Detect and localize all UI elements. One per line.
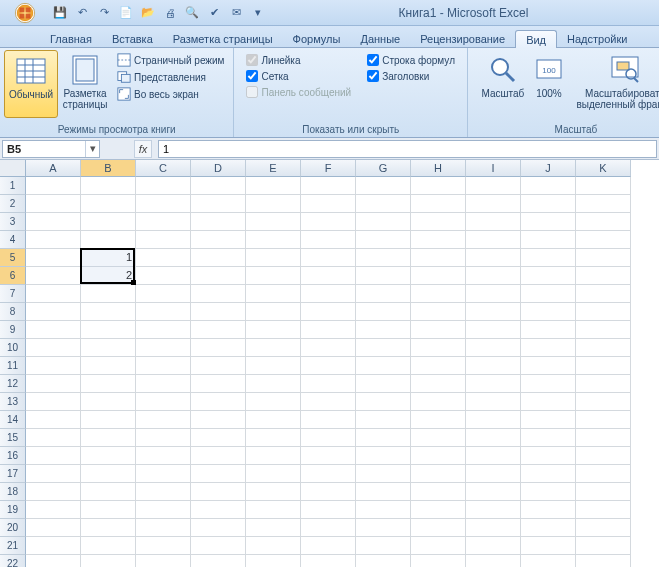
cell[interactable] (26, 411, 81, 429)
cell[interactable] (81, 321, 136, 339)
undo-icon[interactable]: ↶ (72, 3, 92, 23)
cell[interactable] (81, 231, 136, 249)
cell[interactable] (191, 231, 246, 249)
column-header[interactable]: I (466, 160, 521, 177)
cell[interactable] (411, 249, 466, 267)
row-header[interactable]: 2 (0, 195, 26, 213)
email-icon[interactable]: ✉ (226, 3, 246, 23)
row-header[interactable]: 12 (0, 375, 26, 393)
cell[interactable] (136, 213, 191, 231)
cell[interactable] (521, 501, 576, 519)
cell[interactable] (301, 231, 356, 249)
cell[interactable] (576, 393, 631, 411)
row-header[interactable]: 4 (0, 231, 26, 249)
cell[interactable] (466, 483, 521, 501)
cell[interactable] (136, 375, 191, 393)
cell[interactable] (576, 429, 631, 447)
tab-надстройки[interactable]: Надстройки (557, 30, 637, 47)
cell[interactable] (356, 483, 411, 501)
cell[interactable] (81, 375, 136, 393)
cell[interactable] (191, 303, 246, 321)
cell[interactable] (466, 267, 521, 285)
cell[interactable] (576, 465, 631, 483)
cell[interactable]: 2 (81, 267, 136, 285)
cell[interactable] (521, 303, 576, 321)
cell[interactable] (246, 339, 301, 357)
row-header[interactable]: 21 (0, 537, 26, 555)
cell[interactable] (466, 213, 521, 231)
cell[interactable] (136, 519, 191, 537)
page-layout-button[interactable]: Разметка страницы (58, 50, 112, 118)
cell[interactable] (246, 303, 301, 321)
cell[interactable] (26, 483, 81, 501)
cell[interactable] (81, 411, 136, 429)
cell[interactable] (26, 231, 81, 249)
cell[interactable] (191, 501, 246, 519)
cell[interactable] (521, 483, 576, 501)
cell[interactable] (26, 357, 81, 375)
cell[interactable] (246, 177, 301, 195)
row-header[interactable]: 9 (0, 321, 26, 339)
cell[interactable] (356, 339, 411, 357)
cell[interactable] (136, 303, 191, 321)
cell[interactable] (576, 285, 631, 303)
cell[interactable] (521, 267, 576, 285)
cell[interactable] (136, 249, 191, 267)
cell[interactable] (576, 555, 631, 567)
cell[interactable] (81, 285, 136, 303)
cell[interactable] (576, 357, 631, 375)
tab-вставка[interactable]: Вставка (102, 30, 163, 47)
row-header[interactable]: 17 (0, 465, 26, 483)
cell[interactable] (301, 267, 356, 285)
cell[interactable] (81, 303, 136, 321)
cell[interactable] (81, 393, 136, 411)
cell[interactable]: 1 (81, 249, 136, 267)
cell[interactable] (356, 465, 411, 483)
message-panel-checkbox[interactable]: Панель сообщений (244, 85, 353, 99)
cell[interactable] (191, 249, 246, 267)
tab-вид[interactable]: Вид (515, 30, 557, 48)
cell[interactable] (411, 537, 466, 555)
cell[interactable] (301, 177, 356, 195)
preview-icon[interactable]: 🔍 (182, 3, 202, 23)
cell[interactable] (246, 357, 301, 375)
cell[interactable] (301, 501, 356, 519)
column-header[interactable]: F (301, 160, 356, 177)
cell[interactable] (246, 501, 301, 519)
cell[interactable] (356, 213, 411, 231)
cell[interactable] (246, 447, 301, 465)
cell-area[interactable]: 12 (26, 177, 631, 567)
cell[interactable] (356, 501, 411, 519)
cell[interactable] (356, 411, 411, 429)
cell[interactable] (26, 213, 81, 231)
cell[interactable] (246, 321, 301, 339)
fullscreen-button[interactable]: Во весь экран (114, 86, 227, 102)
cell[interactable] (136, 555, 191, 567)
cell[interactable] (81, 519, 136, 537)
cell[interactable] (411, 195, 466, 213)
row-header[interactable]: 15 (0, 429, 26, 447)
cell[interactable] (466, 537, 521, 555)
page-break-preview-button[interactable]: Страничный режим (114, 52, 227, 68)
open-icon[interactable]: 📂 (138, 3, 158, 23)
cell[interactable] (301, 447, 356, 465)
cell[interactable] (246, 465, 301, 483)
cell[interactable] (466, 393, 521, 411)
row-header[interactable]: 3 (0, 213, 26, 231)
cell[interactable] (411, 267, 466, 285)
cell[interactable] (466, 555, 521, 567)
cell[interactable] (246, 483, 301, 501)
cell[interactable] (576, 375, 631, 393)
cell[interactable] (26, 375, 81, 393)
cell[interactable] (136, 231, 191, 249)
gridlines-checkbox[interactable]: Сетка (244, 69, 353, 83)
row-header[interactable]: 10 (0, 339, 26, 357)
cell[interactable] (26, 429, 81, 447)
cell[interactable] (521, 339, 576, 357)
cell[interactable] (356, 195, 411, 213)
cell[interactable] (136, 177, 191, 195)
cell[interactable] (81, 213, 136, 231)
cell[interactable] (411, 465, 466, 483)
cell[interactable] (136, 501, 191, 519)
cell[interactable] (356, 375, 411, 393)
